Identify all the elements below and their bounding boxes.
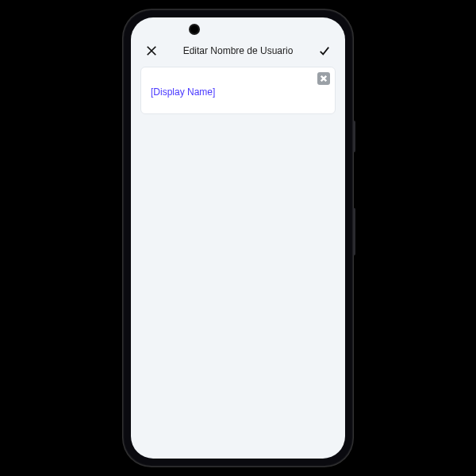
power-button (353, 208, 355, 255)
screen: Editar Nombre de Usuario [Display Name] (131, 17, 345, 459)
phone-frame: Editar Nombre de Usuario [Display Name] (123, 10, 353, 466)
username-input-value[interactable]: [Display Name] (151, 86, 325, 98)
clear-input-icon[interactable] (317, 72, 330, 85)
page-title: Editar Nombre de Usuario (166, 45, 310, 56)
status-bar (131, 17, 345, 40)
confirm-icon[interactable] (317, 43, 332, 59)
header-bar: Editar Nombre de Usuario (131, 40, 345, 67)
volume-button (353, 121, 355, 152)
front-camera (189, 24, 200, 35)
username-input-card[interactable]: [Display Name] (140, 67, 336, 114)
close-icon[interactable] (144, 43, 159, 59)
